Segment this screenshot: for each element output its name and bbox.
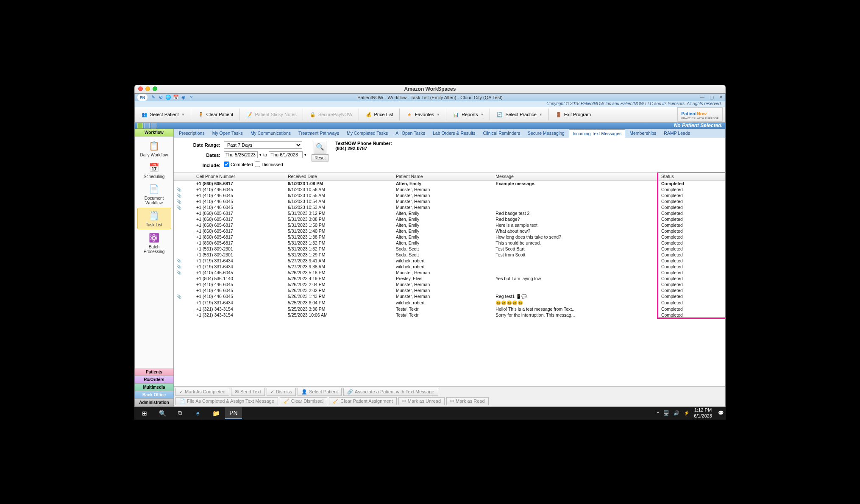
strip-toggle-1[interactable] xyxy=(137,123,143,128)
tray-network-icon[interactable]: ⚡ xyxy=(684,410,690,416)
message-row[interactable]: +1 (321) 343-31545/25/2023 10:06 AMTest#… xyxy=(174,312,725,318)
clear-patient-button[interactable]: 🧍Clear Patient xyxy=(194,109,237,120)
sidebar-header-backoffice[interactable]: Back Office xyxy=(135,391,173,399)
column-header[interactable]: Message xyxy=(493,173,659,181)
message-row[interactable]: 📎+1 (410) 446-60456/1/2023 10:54 AMMunst… xyxy=(174,198,725,204)
message-row[interactable]: 📎+1 (410) 446-60455/26/2023 1:43 PMMunst… xyxy=(174,293,725,300)
windows-taskbar: ⊞ 🔍 ⧉ e 📁 PN ^ 🖥️ 🔊 ⚡ 1:12 PM 6/1/2023 💬 xyxy=(134,407,726,420)
message-row[interactable]: +1 (410) 446-60455/26/2023 2:04 PMMunste… xyxy=(174,281,725,287)
message-row[interactable]: +1 (561) 809-23015/31/2023 1:29 PMSoda, … xyxy=(174,252,725,258)
select-patient-button[interactable]: 👥Select Patient▼ xyxy=(137,109,188,120)
explorer-icon[interactable]: 📁 xyxy=(207,407,224,419)
action-dismiss[interactable]: ✓Dismiss xyxy=(267,388,296,396)
search-taskbar-icon[interactable]: 🔍 xyxy=(154,407,171,419)
message-row[interactable]: +1 (860) 605-68175/31/2023 1:38 PMAlten,… xyxy=(174,234,725,240)
tab-my-completed-tasks[interactable]: My Completed Tasks xyxy=(343,129,391,137)
completed-checkbox[interactable]: Completed xyxy=(224,162,253,167)
window-minimize-button[interactable]: — xyxy=(700,95,704,100)
securepay-button[interactable]: 🔒SecurePayNOW xyxy=(306,109,356,120)
window-maximize-button[interactable]: ▢ xyxy=(710,95,714,100)
action-mark-as-unread[interactable]: ✉Mark as Unread xyxy=(398,397,445,405)
tray-chevron-icon[interactable]: ^ xyxy=(657,411,659,416)
sidebar-item-task-list[interactable]: 🗒️Task List xyxy=(137,208,171,229)
strip-toggle-3[interactable] xyxy=(151,123,156,128)
dismissed-checkbox[interactable]: Dismissed xyxy=(255,162,283,167)
sticky-notes-button[interactable]: 📝Patient Sticky Notes xyxy=(242,109,300,120)
tab-incoming-text-messages[interactable]: Incoming Text Messages xyxy=(569,129,625,138)
tab-prescriptions[interactable]: Prescriptions xyxy=(175,129,208,137)
action-send-text[interactable]: ✉Send Text xyxy=(231,388,265,396)
column-header[interactable]: Cell Phone Number xyxy=(194,173,285,181)
tray-volume-icon[interactable]: 🔊 xyxy=(674,410,679,416)
message-row[interactable]: 📎+1 (719) 331-64345/27/2023 9:41 AMwilch… xyxy=(174,258,725,264)
message-row[interactable]: 📎+1 (719) 331-64345/27/2023 9:38 AMwilch… xyxy=(174,264,725,270)
patientnow-taskbar-icon[interactable]: PN xyxy=(225,407,242,419)
tray-notification-icon[interactable]: 💬 xyxy=(718,410,724,416)
tab-my-open-tasks[interactable]: My Open Tasks xyxy=(209,129,246,137)
message-row[interactable]: 📎+1 (410) 446-60456/1/2023 10:56 AMMunst… xyxy=(174,187,725,192)
mac-window-title: Amazon WorkSpaces xyxy=(135,86,725,92)
tab-my-communications[interactable]: My Communications xyxy=(247,129,294,137)
sidebar-header-rxorders[interactable]: Rx/Orders xyxy=(135,376,173,384)
action-associate-a-patient-with-text-message[interactable]: 🔗Associate a Patient with Text Message xyxy=(343,388,438,396)
reports-button[interactable]: 📊Reports▼ xyxy=(449,109,487,120)
action-mark-as-read[interactable]: ✉Mark as Read xyxy=(446,397,488,405)
strip-toggle-2[interactable] xyxy=(144,123,150,128)
select-practice-button[interactable]: 🔄Select Practice▼ xyxy=(493,109,546,120)
sidebar-item-document-workflow[interactable]: 📄Document Workflow xyxy=(137,181,171,207)
tab-ramp-leads[interactable]: RAMP Leads xyxy=(660,129,693,137)
action-mark-as-completed[interactable]: ✓Mark As Completed xyxy=(175,388,229,396)
sidebar-item-scheduling[interactable]: 📅Scheduling xyxy=(137,160,171,181)
message-row[interactable]: +1 (860) 605-68175/31/2023 3:08 PMAlten,… xyxy=(174,216,725,222)
message-grid[interactable]: Cell Phone NumberReceived DatePatient Na… xyxy=(174,173,725,386)
action-file-as-completed-&-assign-text-message[interactable]: 📄File As Completed & Assign Text Message xyxy=(175,397,278,405)
window-close-button[interactable]: ✕ xyxy=(719,95,723,100)
tray-monitor-icon[interactable]: 🖥️ xyxy=(663,410,669,416)
message-row[interactable]: 📎+1 (410) 446-60456/1/2023 10:53 AMMunst… xyxy=(174,204,725,210)
message-row[interactable]: +1 (321) 343-31545/25/2023 3:36 PMTest#,… xyxy=(174,306,725,312)
sidebar-header-patients[interactable]: Patients xyxy=(135,368,173,376)
tab-secure-messaging[interactable]: Secure Messaging xyxy=(524,129,568,137)
tab-all-open-tasks[interactable]: All Open Tasks xyxy=(392,129,429,137)
column-header[interactable]: Patient Name xyxy=(393,173,493,181)
taskbar-clock[interactable]: 1:12 PM 6/1/2023 xyxy=(694,407,714,418)
message-row[interactable]: +1 (860) 605-68175/31/2023 1:32 PMAlten,… xyxy=(174,240,725,246)
favorites-button[interactable]: ★Favorites▼ xyxy=(402,109,443,120)
search-button[interactable]: 🔍 xyxy=(314,141,326,153)
reset-button[interactable]: Reset xyxy=(312,154,328,162)
sidebar-header-administration[interactable]: Administration xyxy=(135,399,173,407)
start-button[interactable]: ⊞ xyxy=(136,407,153,419)
sidebar-item-batch-processing[interactable]: ⚛️Batch Processing xyxy=(137,230,171,256)
date-to-input[interactable] xyxy=(269,151,303,158)
sidebar-item-daily-workflow[interactable]: 📋Daily Workflow xyxy=(137,138,171,159)
column-header[interactable]: Status xyxy=(659,173,725,181)
mac-titlebar: Amazon WorkSpaces xyxy=(134,85,726,93)
message-row[interactable]: 📎+1 (410) 446-60455/26/2023 5:18 PMMunst… xyxy=(174,270,725,276)
task-view-icon[interactable]: ⧉ xyxy=(172,407,189,419)
price-list-button[interactable]: 💰Price List xyxy=(362,109,397,120)
sidebar-header-workflow[interactable]: Workflow xyxy=(135,129,173,136)
action-clear-dismissal[interactable]: 🧹Clear Dismissal xyxy=(280,397,327,405)
date-from-input[interactable] xyxy=(224,151,258,158)
exit-program-button[interactable]: 🚪Exit Program xyxy=(551,109,595,120)
action-select-patient[interactable]: 👤Select Patient xyxy=(298,388,342,396)
message-row[interactable]: +1 (860) 605-68176/1/2023 1:08 PMAlten, … xyxy=(174,180,725,187)
sidebar-header-multimedia[interactable]: Multimedia xyxy=(135,384,173,391)
message-row[interactable]: +1 (860) 605-68175/31/2023 1:40 PMAlten,… xyxy=(174,228,725,234)
message-row[interactable]: 📎+1 (410) 446-60456/1/2023 10:55 AMMunst… xyxy=(174,192,725,198)
message-row[interactable]: +1 (804) 536-11405/26/2023 4:19 PMPresle… xyxy=(174,276,725,281)
ie-icon[interactable]: e xyxy=(189,407,206,419)
tab-clinical-reminders[interactable]: Clinical Reminders xyxy=(479,129,523,137)
column-header[interactable]: Received Date xyxy=(285,173,393,181)
message-row[interactable]: +1 (860) 605-68175/31/2023 1:50 PMAlten,… xyxy=(174,222,725,228)
date-range-select[interactable]: Past 7 Days xyxy=(224,141,302,149)
tab-memberships[interactable]: Memberships xyxy=(626,129,660,137)
message-row[interactable]: +1 (561) 809-23015/31/2023 1:32 PMSoda, … xyxy=(174,246,725,252)
tab-strip: PrescriptionsMy Open TasksMy Communicati… xyxy=(174,129,725,138)
message-row[interactable]: +1 (410) 446-60455/26/2023 2:02 PMMunste… xyxy=(174,287,725,293)
tab-lab-orders-&-results[interactable]: Lab Orders & Results xyxy=(429,129,479,137)
tab-treatment-pathways[interactable]: Treatment Pathways xyxy=(295,129,342,137)
action-clear-patient-assignment[interactable]: 🧹Clear Patient Assignment xyxy=(329,397,397,405)
message-row[interactable]: +1 (860) 605-68175/31/2023 3:12 PMAlten,… xyxy=(174,210,725,216)
message-row[interactable]: +1 (719) 331-64345/25/2023 6:04 PMwilche… xyxy=(174,300,725,306)
